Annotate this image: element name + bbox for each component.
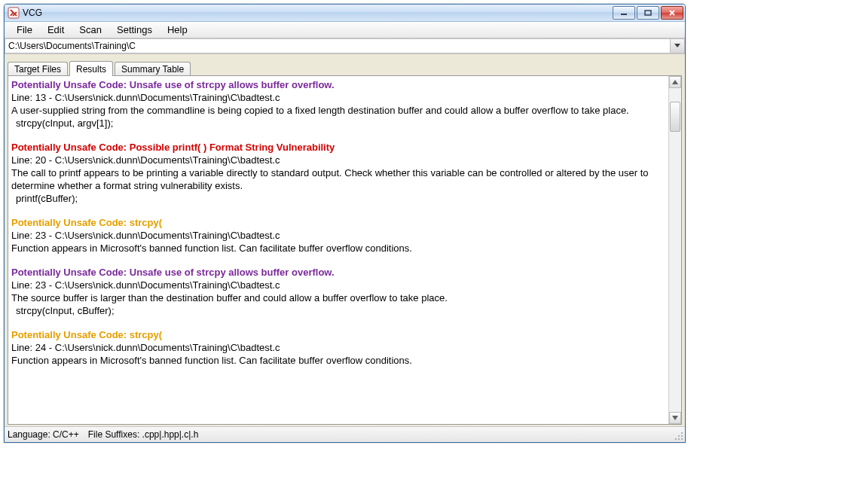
finding-item[interactable]: Potentially Unsafe Code: Possible printf… xyxy=(11,141,664,205)
finding-description: The call to printf appears to be printin… xyxy=(11,166,664,192)
vertical-scrollbar[interactable] xyxy=(668,76,681,424)
scroll-thumb[interactable] xyxy=(670,102,680,132)
window-title: VCG xyxy=(23,8,42,18)
maximize-button[interactable] xyxy=(637,6,659,20)
close-button[interactable] xyxy=(661,6,683,20)
finding-code: strcpy(cInput, argv[1]); xyxy=(11,117,664,130)
status-language-label: Language: xyxy=(8,429,50,440)
status-suffixes-label: File Suffixes: xyxy=(88,429,139,440)
finding-description: The source buffer is larger than the des… xyxy=(11,291,664,304)
status-language-value: C/C++ xyxy=(53,429,79,440)
tab-summary-table[interactable]: Summary Table xyxy=(115,62,191,76)
svg-point-3 xyxy=(681,432,683,434)
finding-location: Line: 20 - C:\Users\nick.dunn\Documents\… xyxy=(11,154,664,166)
finding-header: Potentially Unsafe Code: strcpy( xyxy=(11,216,664,229)
scroll-down-button[interactable] xyxy=(669,412,681,424)
finding-location: Line: 24 - C:\Users\nick.dunn\Documents\… xyxy=(11,341,664,354)
menu-edit[interactable]: Edit xyxy=(40,23,72,37)
svg-point-8 xyxy=(675,438,677,440)
status-suffixes-value: .cpp|.hpp|.c|.h xyxy=(142,429,199,440)
finding-header: Potentially Unsafe Code: Unsafe use of s… xyxy=(11,78,664,91)
finding-location: Line: 23 - C:\Users\nick.dunn\Documents\… xyxy=(11,229,664,242)
svg-rect-2 xyxy=(645,11,651,15)
finding-description: Function appears in Microsoft's banned f… xyxy=(11,354,664,367)
tab-target-files[interactable]: Target Files xyxy=(8,62,68,76)
path-input[interactable] xyxy=(5,38,670,53)
titlebar: VCG xyxy=(5,5,685,22)
statusbar: Language: C/C++ File Suffixes: .cpp|.hpp… xyxy=(5,426,685,442)
tabs-row: Target Files Results Summary Table xyxy=(5,54,685,75)
finding-description: A user-supplied string from the commandl… xyxy=(11,104,664,117)
tab-results[interactable]: Results xyxy=(69,61,113,76)
finding-item[interactable]: Potentially Unsafe Code: strcpy(Line: 23… xyxy=(11,216,664,255)
finding-location: Line: 23 - C:\Users\nick.dunn\Documents\… xyxy=(11,279,664,291)
minimize-button[interactable] xyxy=(613,6,635,20)
finding-code: strcpy(cInput, cBuffer); xyxy=(11,304,664,317)
svg-point-7 xyxy=(678,438,680,440)
finding-header: Potentially Unsafe Code: Unsafe use of s… xyxy=(11,266,664,279)
status-language: Language: C/C++ xyxy=(8,429,79,440)
scroll-up-button[interactable] xyxy=(669,76,681,88)
scroll-track[interactable] xyxy=(669,88,681,412)
finding-description: Function appears in Microsoft's banned f… xyxy=(11,242,664,255)
path-dropdown-button[interactable] xyxy=(670,38,685,53)
window-controls xyxy=(613,6,683,20)
finding-header: Potentially Unsafe Code: Possible printf… xyxy=(11,141,664,154)
results-panel: Potentially Unsafe Code: Unsafe use of s… xyxy=(8,75,682,425)
svg-rect-1 xyxy=(621,14,627,15)
finding-location: Line: 13 - C:\Users\nick.dunn\Documents\… xyxy=(11,91,664,104)
app-icon xyxy=(8,7,20,19)
svg-point-4 xyxy=(681,435,683,437)
resize-grip-icon[interactable] xyxy=(674,432,683,441)
status-suffixes: File Suffixes: .cpp|.hpp|.c|.h xyxy=(88,429,199,440)
finding-item[interactable]: Potentially Unsafe Code: strcpy(Line: 24… xyxy=(11,328,664,367)
menubar: File Edit Scan Settings Help xyxy=(5,22,685,38)
svg-point-5 xyxy=(678,435,680,437)
path-row xyxy=(5,38,685,54)
application-window: VCG File Edit Scan Settings Help Target xyxy=(4,4,686,443)
menu-settings[interactable]: Settings xyxy=(109,23,160,37)
finding-code: printf(cBuffer); xyxy=(11,192,664,205)
menu-file[interactable]: File xyxy=(9,23,40,37)
menu-help[interactable]: Help xyxy=(160,23,195,37)
svg-point-6 xyxy=(681,438,683,440)
menu-scan[interactable]: Scan xyxy=(72,23,109,37)
finding-header: Potentially Unsafe Code: strcpy( xyxy=(11,328,664,341)
finding-item[interactable]: Potentially Unsafe Code: Unsafe use of s… xyxy=(11,78,664,130)
results-content[interactable]: Potentially Unsafe Code: Unsafe use of s… xyxy=(8,76,668,380)
finding-item[interactable]: Potentially Unsafe Code: Unsafe use of s… xyxy=(11,266,664,317)
results-viewport: Potentially Unsafe Code: Unsafe use of s… xyxy=(8,76,668,424)
